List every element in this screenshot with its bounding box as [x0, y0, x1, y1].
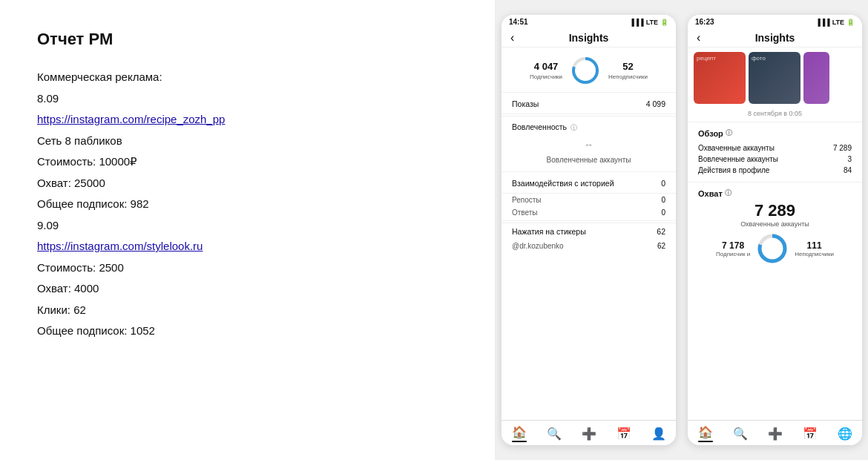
podpischiki-num: 7 178: [716, 240, 750, 251]
followers-num: 4 047: [530, 61, 562, 72]
non-followers-stat: 52 Неподписчики: [608, 61, 648, 80]
nav-title-2: Insights: [755, 32, 795, 44]
vovlechennost-sublabel: Вовленченные аккаунты: [512, 156, 665, 164]
post-image-2[interactable]: фото: [749, 52, 800, 104]
nav-bar-1: ‹ Insights: [502, 29, 676, 47]
non-followers-num: 52: [608, 61, 648, 72]
reposty-value: 0: [661, 196, 665, 204]
date-2: 9.09: [37, 219, 59, 231]
vzaimodejstviya-value: 0: [661, 179, 665, 188]
divider-2: [502, 116, 676, 116]
nepodpischiki-label: Неподписчики: [795, 251, 834, 257]
signal-icons-1: ▐▐▐ LTE 🔋: [630, 19, 668, 26]
nav-add-2[interactable]: ➕: [768, 427, 783, 441]
nav-calendar-2[interactable]: 📅: [803, 427, 818, 441]
dejstviya-row: Действия в профиле 84: [698, 165, 852, 176]
stickers-label: Нажатия на стикеры: [512, 227, 586, 236]
вовленченные-value: 3: [847, 155, 852, 163]
info-icon-1: ⓘ: [571, 124, 577, 131]
post-images: рецепт фото: [688, 47, 862, 108]
link-2[interactable]: https://instagram.com/stylelook.ru: [37, 240, 203, 252]
clicks-2: Клики: 62: [37, 303, 86, 316]
reach-section: Охват ⓘ 7 289 Охваченные аккаунты 7 178 …: [688, 184, 862, 269]
nav-calendar-1[interactable]: 📅: [617, 427, 631, 441]
reach-big-number: 7 289: [698, 201, 852, 220]
signal-bars-1: ▐▐▐: [630, 19, 644, 26]
bottom-nav-2: 🏠 🔍 ➕ 📅 🌐: [688, 420, 862, 445]
status-bar-1: 14:51 ▐▐▐ LTE 🔋: [502, 15, 676, 29]
dejstviya-label: Действия в профиле: [698, 166, 769, 174]
pokazy-label: Показы: [512, 99, 539, 108]
otvety-label: Ответы: [512, 208, 538, 217]
subs-2: Общее подписок: 1052: [37, 324, 155, 337]
divider-5: [688, 122, 862, 122]
nav-globe-2[interactable]: 🌐: [838, 427, 852, 441]
pokazy-row: Показы 4 099: [502, 94, 676, 114]
section-commercial-label: Коммерческая реклама:: [37, 70, 162, 83]
reposty-label: Репосты: [512, 196, 542, 204]
link-1[interactable]: https://instagram.com/recipe_zozh_pp: [37, 113, 225, 125]
vovlechennost-block: Вовлеченность ⓘ -- Вовленченные аккаунты: [502, 118, 676, 170]
back-arrow-1[interactable]: ‹: [510, 31, 514, 45]
reach-2: Охват: 4000: [37, 282, 99, 295]
reposty-row: Репосты 0: [502, 194, 676, 206]
followers-label: Подписчики: [530, 73, 562, 80]
stats-row-1: 4 047 Подписчики 52 Неподписчики: [502, 47, 676, 91]
left-panel: Отчет РМ Коммерческая реклама: 8.09 http…: [0, 0, 496, 460]
nav-bar-2: ‹ Insights: [688, 29, 862, 47]
divider-6: [688, 182, 862, 183]
right-panel: 14:51 ▐▐▐ LTE 🔋 ‹ Insights 4 047 Подписч…: [496, 0, 868, 460]
cost-2: Стоимость: 2500: [37, 261, 124, 274]
donut-chart-1: [570, 55, 601, 86]
dr-kozubenko-label: @dr.kozubenko: [512, 242, 564, 250]
report-body: Коммерческая реклама: 8.09 https://insta…: [37, 67, 458, 342]
donut-chart-2: [756, 232, 789, 265]
overview-title: Обзор ⓘ: [698, 128, 852, 138]
nav-profile-1[interactable]: 👤: [651, 427, 666, 441]
dr-kozubenko-value: 62: [657, 242, 665, 250]
nav-search-2[interactable]: 🔍: [733, 427, 748, 441]
report-title: Отчет РМ: [37, 30, 458, 49]
nav-search-1[interactable]: 🔍: [547, 427, 562, 441]
otvety-row: Ответы 0: [502, 206, 676, 219]
lte-label-2: LTE: [832, 19, 844, 26]
post-timestamp: 8 сентября в 0:05: [688, 108, 862, 120]
nav-title-1: Insights: [569, 32, 609, 44]
dr-kozubenko-row: @dr.kozubenko 62: [502, 240, 676, 252]
divider-4: [502, 220, 676, 221]
охваченные-label: Охваченные аккаунты: [698, 144, 775, 152]
divider-1: [502, 92, 676, 93]
otvety-value: 0: [661, 208, 665, 217]
info-icon-3: ⓘ: [725, 188, 731, 198]
back-arrow-2[interactable]: ‹: [697, 31, 700, 45]
followers-stat: 4 047 Подписчики: [530, 61, 562, 80]
pokazy-value: 4 099: [646, 99, 665, 108]
post-image-1[interactable]: рецепт: [694, 52, 746, 104]
bottom-nav-1: 🏠 🔍 ➕ 📅 👤: [502, 420, 676, 445]
podpischiki-stat: 7 178 Подписчик и: [716, 240, 750, 257]
вовленченные-label: Вовлеченные аккаунты: [698, 155, 778, 163]
stickers-value: 62: [657, 227, 665, 236]
dejstviya-value: 84: [844, 166, 852, 174]
stickers-row: Нажатия на стикеры 62: [502, 223, 676, 240]
post-image-3[interactable]: [803, 52, 829, 104]
info-icon-2: ⓘ: [726, 128, 732, 138]
nepodpischiki-stat: 111 Неподписчики: [795, 240, 834, 257]
nav-add-1[interactable]: ➕: [582, 427, 596, 441]
reach-1: Охват: 25000: [37, 177, 105, 189]
phone-1: 14:51 ▐▐▐ LTE 🔋 ‹ Insights 4 047 Подписч…: [502, 15, 676, 445]
nav-home-1[interactable]: 🏠: [512, 425, 527, 442]
reach-stats-row: 7 178 Подписчик и 111 Неподписчики: [698, 232, 852, 265]
date-1: 8.09: [37, 92, 59, 105]
nepodpischiki-num: 111: [795, 240, 834, 251]
охваченные-row: Охваченные аккаунты 7 289: [698, 142, 852, 154]
cost-1: Стоимость: 10000₽: [37, 155, 137, 168]
vovlechennost-label: Вовлеченность ⓘ: [512, 122, 665, 133]
subs-1: Общее подписок: 982: [37, 197, 149, 210]
divider-3: [502, 171, 676, 172]
status-bar-2: 16:23 ▐▐▐ LTE 🔋: [688, 15, 862, 29]
phone-2: 16:23 ▐▐▐ LTE 🔋 ‹ Insights рецепт фото 8…: [688, 15, 862, 445]
dash-value: --: [512, 133, 665, 156]
nav-home-2[interactable]: 🏠: [698, 425, 713, 442]
battery-icon-1: 🔋: [660, 19, 668, 26]
